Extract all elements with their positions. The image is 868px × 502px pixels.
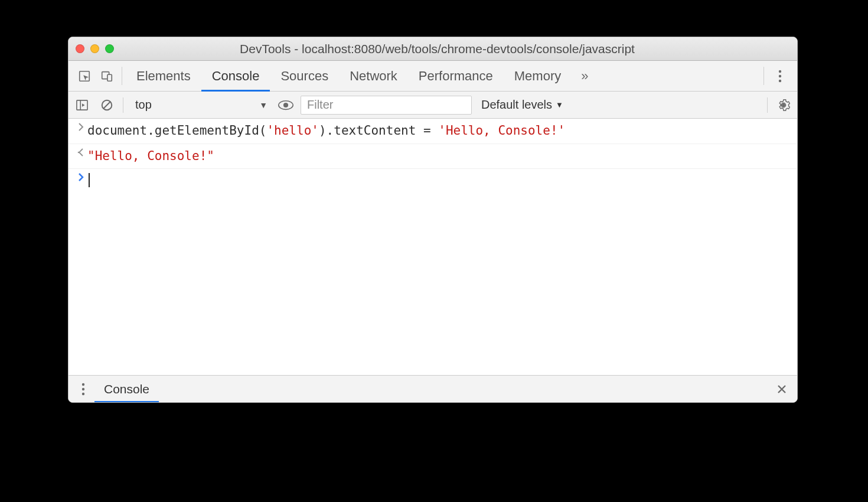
toggle-sidebar-icon[interactable] (72, 95, 92, 115)
log-levels-selector[interactable]: Default levels ▼ (477, 98, 568, 112)
svg-point-5 (779, 79, 781, 82)
console-settings-icon[interactable] (774, 95, 794, 115)
console-input-line: document.getElementById('hello').textCon… (68, 119, 797, 144)
prompt-chevron-icon (74, 171, 87, 182)
tab-sources[interactable]: Sources (270, 61, 339, 91)
divider (767, 97, 768, 113)
divider (763, 67, 764, 85)
text-cursor (89, 173, 90, 187)
tab-memory[interactable]: Memory (504, 61, 572, 91)
console-output[interactable]: document.getElementById('hello').textCon… (68, 119, 797, 375)
svg-point-14 (82, 392, 84, 395)
clear-console-icon[interactable] (97, 95, 117, 115)
tab-label: Sources (280, 69, 328, 84)
svg-point-12 (82, 383, 84, 385)
chevron-double-right-icon: » (581, 69, 588, 84)
svg-point-11 (78, 151, 80, 153)
tab-elements[interactable]: Elements (126, 61, 201, 91)
line-content: document.getElementById('hello').textCon… (87, 121, 565, 141)
drawer-close-button[interactable] (770, 384, 794, 395)
line-content (87, 171, 90, 191)
tab-network[interactable]: Network (339, 61, 408, 91)
more-tabs-button[interactable]: » (572, 61, 598, 91)
levels-label: Default levels (481, 98, 552, 112)
chevron-down-icon: ▼ (556, 100, 563, 109)
svg-point-3 (779, 70, 781, 72)
console-toolbar: top ▼ Default levels ▼ (68, 92, 797, 119)
tab-label: Memory (514, 69, 561, 84)
divider (122, 67, 122, 85)
tab-performance[interactable]: Performance (408, 61, 504, 91)
toggle-device-toolbar-icon[interactable] (96, 61, 118, 91)
return-value-icon (74, 146, 87, 157)
drawer: Console (68, 375, 797, 402)
tab-console[interactable]: Console (201, 61, 270, 91)
svg-point-4 (779, 74, 781, 77)
svg-point-9 (283, 102, 288, 107)
context-label: top (135, 98, 152, 112)
tab-label: Performance (419, 69, 493, 84)
chevron-right-icon (74, 121, 87, 132)
tab-label: Console (212, 69, 260, 84)
drawer-menu-button[interactable] (72, 383, 94, 396)
svg-point-10 (782, 103, 785, 107)
tab-label: Elements (136, 69, 191, 84)
window-titlebar: DevTools - localhost:8080/web/tools/chro… (68, 37, 797, 61)
panel-tabs: ElementsConsoleSourcesNetworkPerformance… (126, 61, 572, 91)
chevron-down-icon: ▼ (259, 100, 267, 110)
svg-rect-2 (107, 74, 112, 81)
window-close-button[interactable] (76, 44, 84, 53)
console-prompt[interactable] (68, 169, 797, 194)
live-expression-icon[interactable] (276, 95, 296, 115)
svg-point-13 (82, 387, 84, 390)
customize-devtools-button[interactable] (768, 61, 792, 91)
drawer-tab-label: Console (104, 382, 149, 396)
window-title: DevTools - localhost:8080/web/tools/chro… (84, 42, 790, 56)
tab-label: Network (350, 69, 397, 84)
console-output-line: "Hello, Console!" (68, 144, 797, 169)
line-content: "Hello, Console!" (87, 146, 214, 167)
inspect-element-icon[interactable] (73, 61, 96, 91)
execution-context-selector[interactable]: top ▼ (129, 98, 271, 112)
devtools-window: DevTools - localhost:8080/web/tools/chro… (68, 37, 798, 403)
divider (123, 97, 123, 113)
main-tabbar: ElementsConsoleSourcesNetworkPerformance… (68, 61, 797, 92)
filter-input[interactable] (301, 96, 472, 115)
drawer-tab-console[interactable]: Console (94, 376, 159, 402)
